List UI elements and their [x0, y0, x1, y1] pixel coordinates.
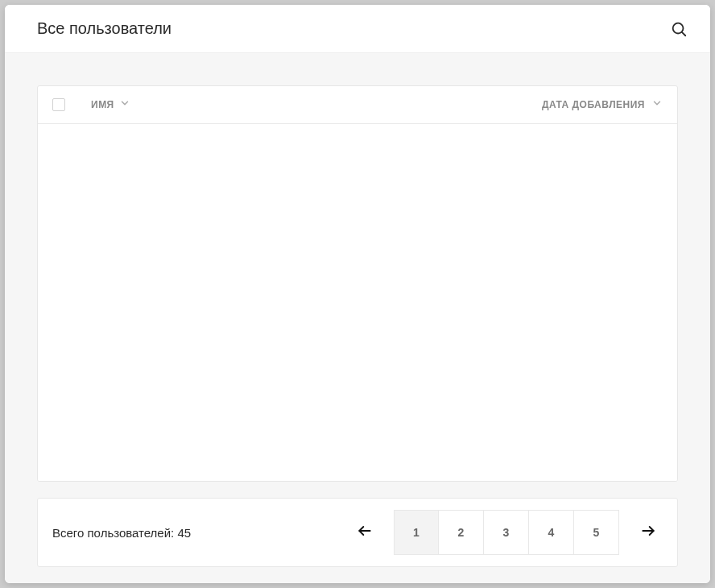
page-button-5[interactable]: 5: [574, 510, 619, 555]
column-date-label: ДАТА ДОБАВЛЕНИЯ: [542, 99, 645, 110]
page-button-1[interactable]: 1: [394, 510, 439, 555]
content-area: ИМЯ ДАТА ДОБАВЛЕНИЯ: [5, 53, 710, 583]
arrow-left-icon: [357, 523, 373, 542]
arrow-right-icon: [640, 523, 656, 542]
page-button-3[interactable]: 3: [484, 510, 529, 555]
total-label: Всего пользователей:: [52, 526, 174, 540]
search-icon[interactable]: [670, 20, 688, 38]
column-name-header[interactable]: ИМЯ: [91, 97, 130, 112]
page-buttons: 1 2 3 4 5: [394, 510, 619, 555]
page-title: Все пользователи: [37, 19, 172, 38]
next-page-button[interactable]: [634, 518, 663, 547]
table-header: ИМЯ ДАТА ДОБАВЛЕНИЯ: [38, 86, 677, 124]
pagination: 1 2 3 4 5: [350, 510, 663, 555]
users-table: ИМЯ ДАТА ДОБАВЛЕНИЯ: [37, 85, 678, 482]
prev-page-button[interactable]: [350, 518, 379, 547]
page-button-4[interactable]: 4: [529, 510, 574, 555]
chevron-down-icon: [119, 97, 130, 112]
column-name-label: ИМЯ: [91, 99, 114, 110]
page-button-2[interactable]: 2: [439, 510, 484, 555]
total-users-text: Всего пользователей: 45: [52, 526, 191, 540]
total-count: 45: [177, 526, 191, 540]
column-date-header[interactable]: ДАТА ДОБАВЛЕНИЯ: [542, 97, 663, 112]
svg-line-1: [682, 31, 685, 35]
table-footer: Всего пользователей: 45 1 2 3 4: [37, 498, 678, 567]
users-window: Все пользователи ИМЯ: [5, 5, 710, 583]
table-body: [38, 124, 677, 481]
header: Все пользователи: [5, 5, 710, 53]
chevron-down-icon: [651, 97, 663, 112]
select-all-checkbox[interactable]: [52, 98, 65, 111]
